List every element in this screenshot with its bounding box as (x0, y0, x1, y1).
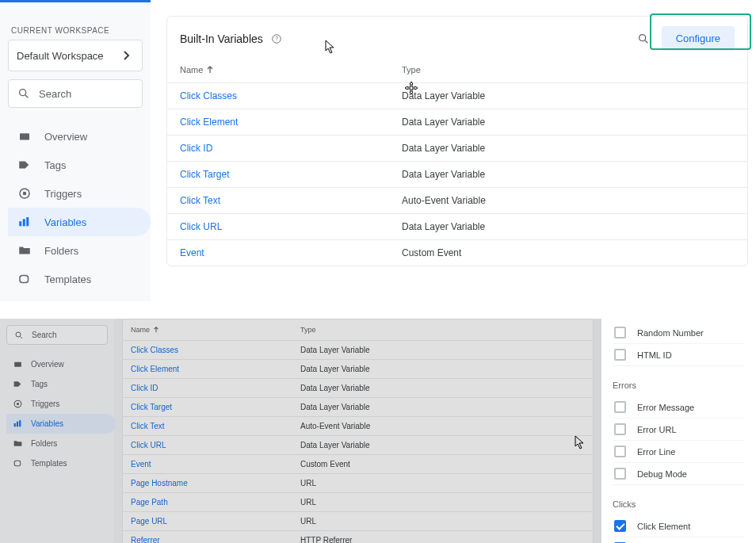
template-icon (17, 272, 32, 286)
checkbox[interactable] (614, 468, 626, 480)
checkbox[interactable] (614, 423, 626, 435)
search-icon[interactable] (636, 32, 651, 46)
nav-variables[interactable]: Variables (8, 208, 151, 236)
nav-folders[interactable]: Folders (8, 236, 151, 265)
variable-name-link[interactable]: Click ID (131, 384, 158, 392)
config-item[interactable]: Error Line (613, 441, 745, 463)
svg-rect-20 (19, 420, 21, 426)
variable-name-link[interactable]: Click Element (180, 117, 238, 128)
variable-type: Data Layer Variable (300, 384, 585, 392)
table-row[interactable]: Click IDData Layer Variable (123, 378, 593, 397)
nav-overview[interactable]: Overview (6, 354, 116, 374)
errors-group-title: Errors (613, 380, 745, 390)
variable-name-link[interactable]: Page URL (131, 517, 167, 526)
configure-button[interactable]: Configure (662, 26, 735, 51)
variable-type: Data Layer Variable (300, 365, 585, 373)
table-row[interactable]: Click URLData Layer Variable (167, 213, 747, 239)
col-type-header[interactable]: Type (300, 326, 585, 334)
overview-icon (17, 129, 32, 143)
variable-name-link[interactable]: Click Classes (131, 346, 178, 354)
table-row[interactable]: Click TargetData Layer Variable (123, 397, 593, 416)
svg-point-0 (20, 90, 26, 96)
table-row[interactable]: Click URLData Layer Variable (123, 435, 593, 454)
clicks-group-title: Clicks (613, 499, 745, 509)
nav-triggers[interactable]: Triggers (8, 179, 151, 208)
variable-type: URL (300, 517, 585, 526)
tag-icon (13, 379, 23, 389)
table-row[interactable]: Page PathURL (123, 492, 593, 511)
config-item[interactable]: Click Element (613, 515, 745, 537)
variable-name-link[interactable]: Click URL (180, 221, 222, 232)
checkbox[interactable] (614, 401, 626, 413)
variable-type: HTTP Referrer (300, 536, 585, 543)
configure-panel: Random NumberHTML ID Errors Error Messag… (601, 319, 756, 543)
variable-name-link[interactable]: Page Path (131, 498, 168, 507)
col-name-header[interactable]: Name (131, 326, 300, 334)
config-item[interactable]: Error Message (613, 396, 745, 419)
variable-name-link[interactable]: Click URL (131, 441, 166, 449)
variable-name-link[interactable]: Click Text (131, 422, 165, 430)
nav-tags[interactable]: Tags (8, 151, 151, 179)
variable-name-link[interactable]: Click ID (180, 143, 212, 154)
nav-templates[interactable]: Templates (6, 453, 116, 473)
chevron-right-icon (120, 48, 134, 63)
builtin-variables-card: Name Type Click ClassesData Layer Variab… (122, 319, 594, 543)
checkbox[interactable] (614, 445, 626, 457)
table-row[interactable]: Click ClassesData Layer Variable (167, 82, 747, 109)
variable-name-link[interactable]: Event (131, 460, 151, 468)
config-label: Error Message (637, 403, 694, 412)
search-input[interactable]: Search (6, 325, 108, 345)
config-label: HTML ID (637, 350, 672, 360)
nav-variables[interactable]: Variables (6, 414, 116, 434)
variable-name-link[interactable]: Click Classes (180, 90, 237, 101)
nav-folders[interactable]: Folders (6, 434, 116, 453)
variable-name-link[interactable]: Event (180, 247, 204, 258)
table-row[interactable]: EventCustom Event (167, 239, 747, 266)
variable-name-link[interactable]: Page Hostname (131, 479, 188, 488)
config-item[interactable]: Random Number (613, 322, 745, 344)
variable-name-link[interactable]: Click Target (131, 403, 172, 411)
nav-templates[interactable]: Templates (8, 265, 151, 293)
nav-tags[interactable]: Tags (6, 374, 116, 394)
config-item[interactable]: Click Classes (613, 537, 745, 543)
col-name-header[interactable]: Name (180, 65, 402, 75)
table-row[interactable]: Click TargetData Layer Variable (167, 161, 747, 187)
table-row[interactable]: ReferrerHTTP Referrer (123, 530, 593, 543)
variable-type: Custom Event (300, 460, 585, 468)
config-item[interactable]: HTML ID (613, 344, 745, 366)
help-icon[interactable]: ? (269, 32, 284, 46)
variable-name-link[interactable]: Click Target (180, 169, 229, 180)
table-row[interactable]: Click ElementData Layer Variable (167, 109, 747, 135)
table-row[interactable]: EventCustom Event (123, 454, 593, 473)
checkbox[interactable] (614, 349, 626, 361)
config-item[interactable]: Debug Mode (613, 463, 745, 485)
svg-point-4 (23, 192, 27, 196)
config-label: Click Element (637, 522, 690, 531)
nav-triggers[interactable]: Triggers (6, 394, 116, 414)
table-row[interactable]: Click ClassesData Layer Variable (123, 340, 593, 359)
workspace-selector[interactable]: Default Workspace (8, 40, 143, 71)
table-row[interactable]: Click TextAuto-Event Variable (123, 416, 593, 435)
table-row[interactable]: Page URLURL (123, 511, 593, 530)
template-icon (13, 458, 23, 468)
table-row[interactable]: Page HostnameURL (123, 473, 593, 492)
overview-icon (13, 359, 23, 369)
search-input[interactable]: Search (8, 79, 143, 108)
variable-name-link[interactable]: Click Element (131, 365, 179, 373)
table-row[interactable]: Click IDData Layer Variable (167, 135, 747, 161)
nav-overview[interactable]: Overview (8, 122, 151, 151)
config-item[interactable]: Error URL (613, 419, 745, 441)
variable-name-link[interactable]: Referrer (131, 536, 160, 543)
svg-rect-2 (20, 133, 29, 140)
variable-type: Auto-Event Variable (300, 422, 585, 430)
variable-name-link[interactable]: Click Text (180, 195, 220, 206)
table-row[interactable]: Click TextAuto-Event Variable (167, 187, 747, 213)
col-type-header[interactable]: Type (402, 65, 735, 75)
nav-label: Templates (44, 273, 91, 285)
checkbox[interactable] (614, 327, 626, 338)
cursor-pointer-icon (325, 40, 336, 54)
nav-label: Folders (44, 245, 78, 257)
variable-type: Data Layer Variable (402, 221, 735, 232)
checkbox[interactable] (614, 520, 626, 532)
table-row[interactable]: Click ElementData Layer Variable (123, 359, 593, 378)
